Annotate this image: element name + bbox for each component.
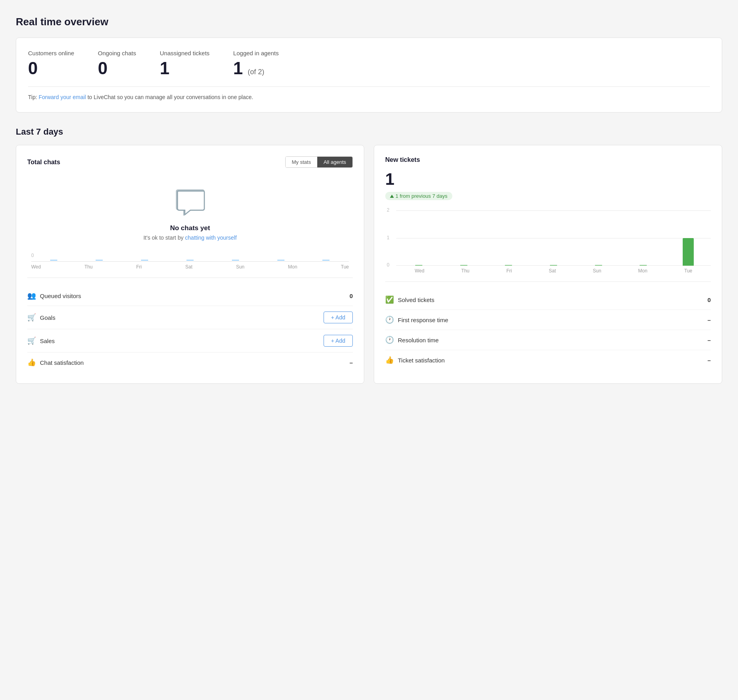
ongoing-chats-label: Ongoing chats: [98, 50, 136, 56]
last7days-title: Last 7 days: [16, 127, 722, 137]
bar-dash-wed: [415, 265, 422, 266]
chat-bubble-icon: [174, 188, 206, 217]
trend-up-icon: [390, 195, 394, 198]
total-chats-header: Total chats My stats All agents: [27, 156, 353, 168]
ticket-satisfaction-row: 👍 Ticket satisfaction –: [385, 350, 711, 370]
ticket-satisfaction-label: Ticket satisfaction: [398, 357, 445, 364]
goals-row: 🛒 Goals + Add: [27, 306, 353, 329]
grid-label-1: 1: [387, 235, 390, 240]
sales-icon: 🛒: [27, 336, 36, 345]
total-chats-title: Total chats: [27, 159, 60, 166]
chart-dash-mon: [277, 260, 284, 261]
chat-satisfaction-icon: 👍: [27, 358, 36, 367]
total-chats-panel: Total chats My stats All agents No chats…: [16, 145, 364, 384]
new-tickets-title: New tickets: [385, 156, 711, 163]
sales-label: Sales: [40, 338, 55, 344]
new-tickets-badge: 1 from previous 7 days: [385, 192, 452, 200]
no-chats-title: No chats yet: [170, 224, 210, 232]
goals-label: Goals: [40, 314, 55, 321]
ongoing-chats-stat: Ongoing chats 0: [98, 50, 136, 77]
chart-dash-sun: [232, 260, 239, 261]
chart-labels: Wed Thu Fri Sat Sun Mon Tue: [31, 262, 349, 270]
chat-satisfaction-label: Chat satisfaction: [40, 359, 84, 366]
resolution-time-value: –: [708, 337, 711, 343]
forward-email-link[interactable]: Forward your email: [39, 94, 86, 100]
bar-tue: [683, 238, 694, 266]
first-response-value: –: [708, 317, 711, 323]
customers-online-stat: Customers online 0: [28, 50, 74, 77]
chat-satisfaction-row: 👍 Chat satisfaction –: [27, 353, 353, 372]
solved-tickets-icon: ✅: [385, 295, 394, 304]
bar-col-thu: [441, 265, 486, 266]
resolution-time-row: 🕐 Resolution time –: [385, 330, 711, 350]
my-stats-btn[interactable]: My stats: [286, 157, 317, 167]
first-response-label: First response time: [398, 317, 448, 323]
resolution-time-label: Resolution time: [398, 337, 439, 343]
sales-add-button[interactable]: + Add: [324, 335, 353, 347]
queued-visitors-label: Queued visitors: [40, 293, 81, 299]
chart-dash-fri: [141, 260, 148, 261]
realtime-card: Customers online 0 Ongoing chats 0 Unass…: [16, 38, 722, 113]
page-title: Real time overview: [16, 16, 722, 28]
no-chats-area: No chats yet It's ok to start by chattin…: [27, 176, 353, 249]
stats-toggle[interactable]: My stats All agents: [285, 156, 353, 168]
bar-dash-thu: [460, 265, 467, 266]
panel-divider-1: [27, 278, 353, 278]
chart-zero-label: 0: [31, 253, 349, 258]
tip-text: Tip: Forward your email to LiveChat so y…: [28, 94, 710, 100]
bar-col-wed: [396, 265, 441, 266]
chat-satisfaction-value: –: [350, 359, 353, 366]
no-chats-sub: It's ok to start by chatting with yourse…: [143, 235, 237, 241]
solved-tickets-label: Solved tickets: [398, 297, 435, 303]
first-response-row: 🕐 First response time –: [385, 310, 711, 330]
ongoing-chats-value: 0: [98, 60, 136, 77]
bar-col-sun: [576, 265, 621, 266]
last7days-grid: Total chats My stats All agents No chats…: [16, 145, 722, 384]
bar-dash-mon: [640, 265, 647, 266]
bar-dash-fri: [505, 265, 512, 266]
bar-col-tue: [666, 210, 711, 266]
solved-tickets-row: ✅ Solved tickets 0: [385, 290, 711, 310]
ticket-satisfaction-icon: 👍: [385, 356, 394, 364]
goals-add-button[interactable]: + Add: [324, 312, 353, 323]
queued-visitors-icon: 👥: [27, 291, 36, 300]
unassigned-tickets-label: Unassigned tickets: [160, 50, 209, 56]
bar-col-sat: [531, 265, 576, 266]
sales-row: 🛒 Sales + Add: [27, 329, 353, 353]
ticket-satisfaction-value: –: [708, 357, 711, 364]
logged-in-agents-of: (of 2): [248, 68, 264, 76]
realtime-stats: Customers online 0 Ongoing chats 0 Unass…: [28, 50, 710, 77]
all-agents-btn[interactable]: All agents: [317, 157, 352, 167]
unassigned-tickets-value: 1: [160, 60, 209, 77]
first-response-icon: 🕐: [385, 315, 394, 324]
queued-visitors-value: 0: [350, 293, 353, 299]
new-tickets-panel: New tickets 1 1 from previous 7 days 2 1…: [374, 145, 722, 384]
new-tickets-value: 1: [385, 170, 711, 189]
resolution-time-icon: 🕐: [385, 336, 394, 344]
logged-in-agents-stat: Logged in agents 1 (of 2): [233, 50, 279, 77]
bar-dash-sun: [595, 265, 602, 266]
unassigned-tickets-stat: Unassigned tickets 1: [160, 50, 209, 77]
chart-dash-tue: [322, 260, 329, 261]
bar-col-mon: [621, 265, 666, 266]
customers-online-value: 0: [28, 60, 74, 77]
tickets-chart-x-labels: Wed Thu Fri Sat Sun Mon Tue: [396, 266, 711, 274]
chart-dash-wed: [50, 260, 57, 261]
queued-visitors-row: 👥 Queued visitors 0: [27, 286, 353, 306]
solved-tickets-value: 0: [708, 297, 711, 303]
goals-icon: 🛒: [27, 313, 36, 322]
realtime-divider: [28, 86, 710, 87]
chat-with-yourself-link[interactable]: chatting with yourself: [185, 235, 237, 241]
logged-in-agents-label: Logged in agents: [233, 50, 279, 56]
bar-dash-sat: [550, 265, 557, 266]
panel-divider-2: [385, 282, 711, 282]
grid-label-2: 2: [387, 207, 390, 213]
bar-col-fri: [486, 265, 531, 266]
chart-dash-thu: [96, 260, 103, 261]
customers-online-label: Customers online: [28, 50, 74, 56]
chart-dash-sat: [186, 260, 194, 261]
logged-in-agents-value: 1 (of 2): [233, 60, 279, 77]
grid-label-0: 0: [387, 262, 390, 268]
